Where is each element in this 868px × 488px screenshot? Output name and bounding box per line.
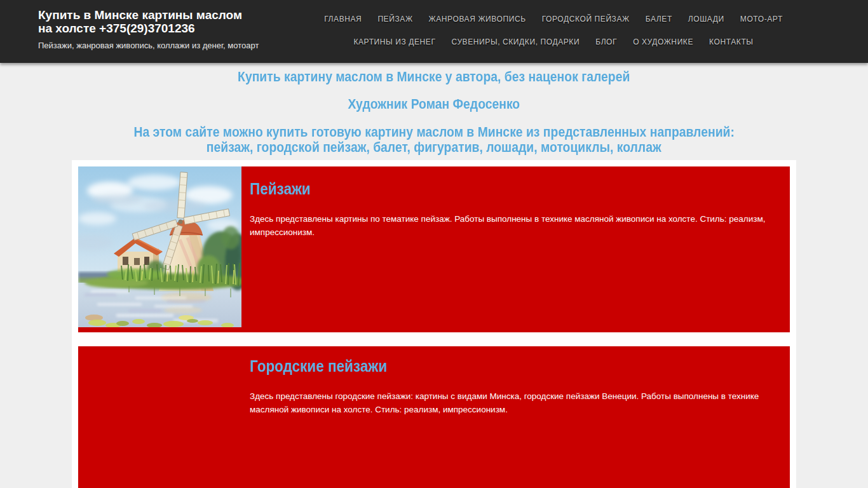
nav-item-cityscape[interactable]: ГОРОДСКОЙ ПЕЙЗАЖ — [542, 11, 630, 27]
intro-heading-artist-text: Художник Роман Федосенко — [348, 97, 520, 112]
intro-heading-directions-line2: пейзаж, городской пейзаж, балет, фигурат… — [207, 140, 661, 155]
nav-item-about-artist[interactable]: О ХУДОЖНИКЕ — [633, 34, 693, 50]
nav-item-home[interactable]: ГЛАВНАЯ — [324, 11, 362, 27]
nav-item-ballet[interactable]: БАЛЕТ — [646, 11, 672, 27]
windmill-painting-link[interactable] — [78, 166, 241, 327]
card-body-landscapes: Пейзажи Здесь представлены картины по те… — [250, 166, 790, 239]
nav-item-souvenirs-discounts-gifts[interactable]: СУВЕНИРЫ, СКИДКИ, ПОДАРКИ — [452, 34, 580, 50]
category-description-cityscapes: Здесь представлены городские пейзажи: ка… — [250, 390, 782, 416]
category-card-landscapes: Пейзажи Здесь представлены картины по те… — [78, 166, 790, 332]
windmill-painting-svg — [78, 166, 241, 327]
nav-item-horses[interactable]: ЛОШАДИ — [688, 11, 724, 27]
site-title: Купить в Минске картины масломна холсте … — [38, 8, 286, 35]
intro-heading-buy: Купить картину маслом в Минске у автора,… — [0, 69, 868, 85]
intro-heading-artist: Художник Роман Федосенко — [0, 97, 868, 112]
intro-heading-directions-line1: На этом сайте можно купить готовую карти… — [133, 125, 734, 140]
main-nav: ГЛАВНАЯ ПЕЙЗАЖ ЖАНРОВАЯ ЖИВОПИСЬ ГОРОДСК… — [318, 11, 789, 50]
intro-heading-directions: На этом сайте можно купить готовую карти… — [0, 125, 868, 155]
category-title-landscapes[interactable]: Пейзажи — [250, 180, 311, 198]
category-card-cityscapes: Городские пейзажи Здесь представлены гор… — [78, 346, 790, 488]
category-description-landscapes: Здесь представлены картины по тематике п… — [250, 212, 782, 239]
nav-item-genre-painting[interactable]: ЖАНРОВАЯ ЖИВОПИСЬ — [429, 11, 526, 27]
intro-section: Купить картину маслом в Минске у автора,… — [0, 63, 868, 155]
site-title-line1: Купить в Минске картины маслом — [38, 8, 242, 22]
site-branding[interactable]: Купить в Минске картины масломна холсте … — [38, 8, 286, 50]
nav-item-contacts[interactable]: КОНТАКТЫ — [709, 34, 754, 50]
nav-item-money-paintings[interactable]: КАРТИНЫ ИЗ ДЕНЕГ — [353, 34, 435, 50]
card-body-cityscapes: Городские пейзажи Здесь представлены гор… — [250, 346, 790, 416]
nav-item-blog[interactable]: БЛОГ — [595, 34, 617, 50]
site-header: Купить в Минске картины масломна холсте … — [0, 0, 868, 63]
nav-item-landscape[interactable]: ПЕЙЗАЖ — [377, 11, 412, 27]
nav-row-2: КАРТИНЫ ИЗ ДЕНЕГ СУВЕНИРЫ, СКИДКИ, ПОДАР… — [318, 34, 789, 50]
site-title-line2: на холсте +375(29)3701236 — [38, 22, 195, 35]
nav-item-moto-art[interactable]: МОТО-АРТ — [740, 11, 783, 27]
site-tagline: Пейзажи, жанровая живопись, коллажи из д… — [38, 41, 286, 50]
category-title-cityscapes[interactable]: Городские пейзажи — [250, 357, 387, 376]
nav-row-1: ГЛАВНАЯ ПЕЙЗАЖ ЖАНРОВАЯ ЖИВОПИСЬ ГОРОДСК… — [318, 11, 789, 27]
intro-heading-buy-text: Купить картину маслом в Минске у автора,… — [238, 69, 630, 85]
content-area: Пейзажи Здесь представлены картины по те… — [72, 160, 796, 488]
